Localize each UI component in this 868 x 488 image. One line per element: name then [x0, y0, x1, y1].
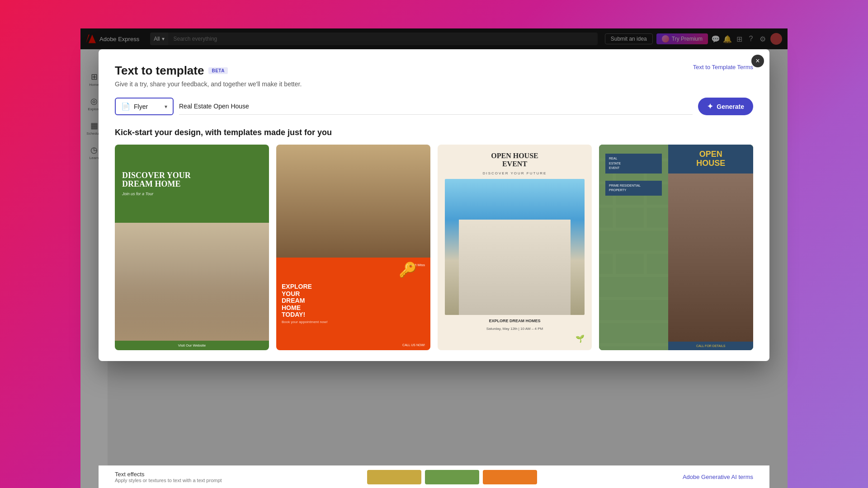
text-to-template-modal: × Text to template BETA Text to Template…: [99, 49, 769, 361]
template-2-orange: EXPLOREYOURDREAMHOMETODAY! Don't Miss 🔑 …: [276, 258, 430, 350]
bottom-bar: Text effects Apply styles or textures to…: [99, 465, 769, 488]
type-select-label: Flyer: [134, 103, 161, 110]
template-4-title-box: OPENHOUSE: [668, 145, 753, 174]
input-row: 📄 Flyer ▾ ✦ Generate: [115, 98, 753, 115]
template-4-info-text-2: PRIME RESIDENTIALPROPERTY: [609, 183, 658, 193]
section-heading: Kick-start your design, with templates m…: [115, 128, 753, 137]
beta-badge: BETA: [208, 67, 227, 74]
swatch-2[interactable]: [425, 470, 479, 484]
template-text-input[interactable]: [179, 98, 693, 115]
bottom-title: Text effects: [115, 471, 222, 478]
template-3-building: [459, 220, 571, 314]
bottom-text-section: Text effects Apply styles or textures to…: [115, 471, 222, 483]
templates-grid: DISCOVER YOURDREAM HOME Join us for a To…: [115, 145, 753, 350]
template-3-plant-icon: 🌱: [576, 334, 585, 343]
template-2-title: EXPLOREYOURDREAMHOMETODAY!: [282, 283, 425, 318]
ai-terms-link[interactable]: Adobe Generative AI terms: [683, 474, 753, 480]
generate-button[interactable]: ✦ Generate: [698, 98, 753, 115]
flyer-icon: 📄: [121, 102, 130, 111]
template-1-header: DISCOVER YOURDREAM HOME Join us for a To…: [115, 145, 269, 223]
bottom-swatches: [367, 470, 537, 484]
template-1-footer: Visit Our Website: [115, 341, 269, 350]
template-2-kitchen: [276, 145, 430, 258]
template-4-bedroom-image: [668, 174, 753, 342]
template-3-subtitle: DISCOVER YOUR FUTURE: [445, 171, 585, 175]
template-4-left: REALESTATEEVENT PRIME RESIDENTIALPROPERT…: [599, 145, 668, 350]
terms-link[interactable]: Text to Template Terms: [693, 64, 753, 70]
template-3-image: [445, 179, 585, 314]
template-3-date: Saturday, May 12th | 10 AM – 4 PM: [445, 327, 585, 331]
template-1-title: DISCOVER YOURDREAM HOME: [122, 171, 262, 189]
template-3-title: Open HouseEvent: [445, 152, 585, 168]
modal-title-row: Text to template BETA: [115, 64, 228, 78]
template-4-right: OPENHOUSE CALL FOR DETAILS: [668, 145, 753, 350]
template-card-2[interactable]: EXPLOREYOURDREAMHOMETODAY! Don't Miss 🔑 …: [276, 145, 430, 350]
modal-close-button[interactable]: ×: [751, 55, 764, 67]
modal-subtitle: Give it a try, share your feedback, and …: [115, 80, 753, 88]
template-2-call: CALL US NOW!: [402, 343, 425, 347]
template-1-image: [115, 223, 269, 341]
template-card-4[interactable]: REALESTATEEVENT PRIME RESIDENTIALPROPERT…: [599, 145, 753, 350]
template-2-book: Book your appointment now!: [282, 320, 425, 324]
template-2-icon: 🔑: [399, 261, 417, 278]
swatch-1[interactable]: [367, 470, 421, 484]
template-3-footer: EXPLORE DREAM HOMES: [445, 319, 585, 323]
template-card-3[interactable]: Open HouseEvent DISCOVER YOUR FUTURE EXP…: [438, 145, 592, 350]
template-4-info-box-1: REALESTATEEVENT: [605, 154, 662, 174]
generate-button-label: Generate: [717, 103, 744, 110]
template-1-sofa: [115, 270, 269, 341]
bottom-subtext: Apply styles or textures to text with a …: [115, 478, 222, 483]
type-select-chevron-icon: ▾: [165, 103, 167, 110]
template-4-call-text: CALL FOR DETAILS: [671, 344, 750, 347]
template-4-info-box-2: PRIME RESIDENTIALPROPERTY: [605, 181, 662, 196]
template-4-call-box: CALL FOR DETAILS: [668, 342, 753, 350]
type-selector[interactable]: 📄 Flyer ▾: [115, 98, 174, 115]
swatch-3[interactable]: [483, 470, 537, 484]
modal-title: Text to template: [115, 64, 204, 78]
template-card-1[interactable]: DISCOVER YOURDREAM HOME Join us for a To…: [115, 145, 269, 350]
template-4-info-text-1: REALESTATEEVENT: [609, 156, 658, 171]
template-1-subtitle: Join us for a Tour: [122, 192, 262, 196]
generate-icon: ✦: [707, 102, 713, 111]
template-4-title: OPENHOUSE: [674, 150, 748, 168]
modal-header: Text to template BETA Text to Template T…: [115, 64, 753, 78]
template-3-icon-row: 🌱: [445, 334, 585, 343]
